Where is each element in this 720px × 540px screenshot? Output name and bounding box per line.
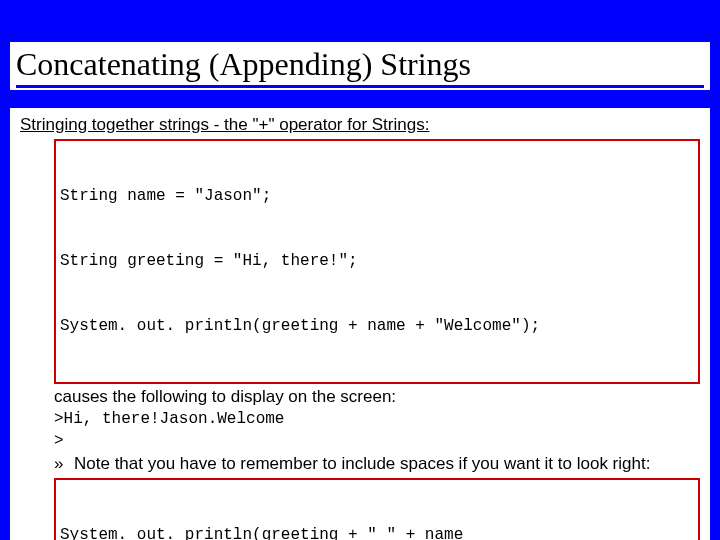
code-line: String name = "Jason"; (60, 186, 694, 208)
output-line: > (54, 431, 700, 453)
code-block-2: System. out. println(greeting + " " + na… (54, 478, 700, 540)
slide-title: Concatenating (Appending) Strings (16, 46, 704, 88)
slide: Concatenating (Appending) Strings String… (0, 42, 720, 540)
title-area: Concatenating (Appending) Strings (10, 42, 710, 90)
note-text: Note that you have to remember to includ… (74, 453, 650, 476)
code-line: System. out. println(greeting + " " + na… (60, 525, 694, 540)
causes-line-1: causes the following to display on the s… (54, 386, 700, 409)
output-line: >Hi, there!Jason.Welcome (54, 409, 700, 431)
body-area: Stringing together strings - the "+" ope… (10, 108, 710, 540)
note-bullet: » Note that you have to remember to incl… (54, 453, 700, 476)
bullet-icon: » (54, 453, 74, 476)
code-line: String greeting = "Hi, there!"; (60, 251, 694, 273)
code-line: System. out. println(greeting + name + "… (60, 316, 694, 338)
code-block-1: String name = "Jason"; String greeting =… (54, 139, 700, 385)
intro-line: Stringing together strings - the "+" ope… (20, 114, 700, 137)
